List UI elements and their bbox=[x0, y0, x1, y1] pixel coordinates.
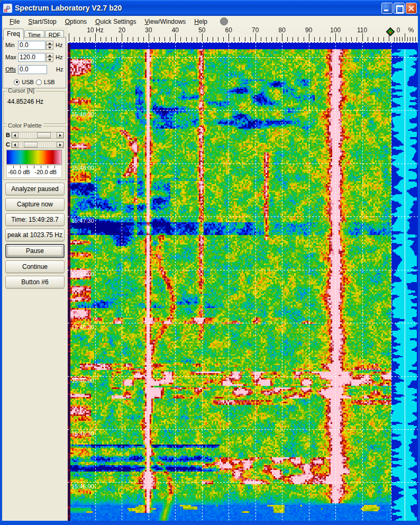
spin-up-icon bbox=[46, 53, 53, 58]
menu-options[interactable]: Options bbox=[61, 17, 91, 26]
min-label: Min bbox=[5, 42, 18, 48]
cursor-group: Cursor [N] 44.85246 Hz bbox=[3, 91, 66, 124]
lsb-radio[interactable] bbox=[36, 79, 42, 85]
button-column: Analyzer paused Capture now Time: 15:49:… bbox=[3, 183, 67, 291]
menu-start-stop[interactable]: Start/Stop bbox=[24, 17, 60, 26]
scroll-left-icon[interactable] bbox=[12, 132, 19, 138]
max-freq-input[interactable] bbox=[18, 53, 45, 62]
minimize-button[interactable] bbox=[381, 3, 392, 14]
offset-unit-label: Hz bbox=[56, 66, 63, 73]
color-palette-group: Color Palette B C bbox=[3, 126, 66, 180]
spin-down-icon bbox=[46, 45, 53, 50]
menu-view-windows[interactable]: View/Windows bbox=[141, 17, 190, 26]
menu-bar: File Start/Stop Options Quick Settings V… bbox=[2, 16, 418, 27]
db-scale-min-label: -60.0 dB bbox=[8, 169, 30, 175]
min-unit-label: Hz bbox=[56, 42, 62, 48]
spectrogram-display bbox=[68, 26, 418, 521]
palette-gradient-preview bbox=[6, 150, 62, 165]
spin-up-icon bbox=[46, 41, 53, 46]
contrast-scrollbar[interactable] bbox=[11, 141, 64, 148]
capture-now-button[interactable]: Capture now bbox=[5, 198, 65, 211]
app-window: Spectrum Laboratory V2.7 b20 File Start/… bbox=[0, 0, 420, 525]
usb-label: USB bbox=[22, 79, 34, 85]
max-spinner[interactable] bbox=[46, 53, 53, 62]
brightness-thumb[interactable] bbox=[37, 132, 51, 138]
max-unit-label: Hz bbox=[56, 54, 62, 60]
brightness-track[interactable] bbox=[19, 132, 57, 138]
menu-quick-settings[interactable]: Quick Settings bbox=[91, 17, 140, 26]
title-bar[interactable]: Spectrum Laboratory V2.7 b20 bbox=[0, 0, 420, 16]
db-scale: -60.0 dB -20.0 dB bbox=[6, 165, 62, 178]
scroll-right-icon[interactable] bbox=[57, 142, 63, 148]
menu-help[interactable]: Help bbox=[190, 17, 212, 26]
lsb-label: LSB bbox=[44, 79, 55, 85]
min-freq-input[interactable] bbox=[18, 41, 45, 50]
maximize-button[interactable] bbox=[394, 3, 405, 14]
db-scale-mid-label: -20.0 dB bbox=[35, 169, 57, 175]
peak-display-button[interactable]: peak at 1023.75 Hz bbox=[5, 229, 65, 241]
palette-group-title: Color Palette bbox=[6, 122, 43, 129]
button-6[interactable]: Button #6 bbox=[5, 276, 65, 288]
usb-radio[interactable] bbox=[14, 79, 20, 85]
menu-file[interactable]: File bbox=[5, 17, 24, 26]
window-title: Spectrum Laboratory V2.7 b20 bbox=[15, 4, 381, 12]
time-display-button[interactable]: Time: 15:49:28.7 bbox=[5, 213, 65, 226]
continue-button[interactable]: Continue bbox=[5, 260, 65, 273]
brightness-scrollbar[interactable] bbox=[11, 132, 64, 139]
max-label: Max bbox=[5, 54, 18, 60]
brightness-label: B bbox=[6, 132, 11, 138]
app-icon bbox=[3, 4, 12, 13]
offset-label[interactable]: Offs bbox=[5, 66, 18, 73]
min-spinner[interactable] bbox=[46, 41, 53, 50]
contrast-label: C bbox=[6, 141, 11, 148]
scroll-left-icon[interactable] bbox=[12, 142, 19, 148]
waterfall-canvas[interactable] bbox=[68, 26, 418, 521]
contrast-thumb[interactable] bbox=[24, 142, 38, 148]
freq-tab-page: Min Hz Max Hz Offs Hz USB LSB bbox=[3, 37, 66, 88]
status-circle-icon bbox=[220, 17, 228, 25]
pause-button[interactable]: Pause bbox=[5, 244, 65, 258]
spin-down-icon bbox=[46, 57, 53, 62]
close-button[interactable] bbox=[406, 3, 417, 14]
db-scale-ticks bbox=[7, 166, 61, 168]
contrast-track[interactable] bbox=[19, 142, 57, 148]
tab-freq[interactable]: Freq bbox=[3, 29, 24, 40]
control-panel: Freq Time RDF Min Hz Max Hz Offs Hz bbox=[2, 27, 68, 521]
scroll-right-icon[interactable] bbox=[57, 132, 63, 138]
offset-input[interactable] bbox=[18, 65, 47, 74]
analyzer-status-button[interactable]: Analyzer paused bbox=[5, 183, 65, 195]
